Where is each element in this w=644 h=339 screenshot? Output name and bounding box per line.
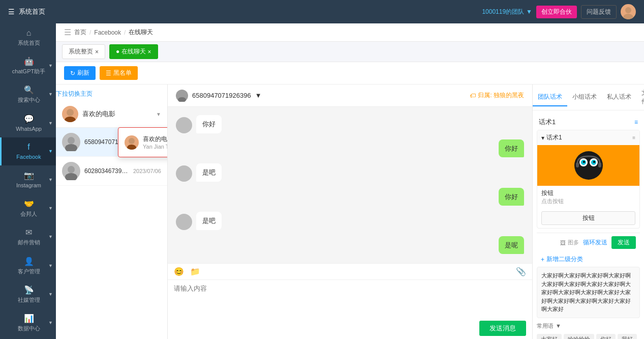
dropdown-item-name: 喜欢的电影	[143, 135, 168, 144]
hamburger-icon[interactable]: ☰	[64, 27, 71, 37]
chat-header-tag: 🏷 归属: 独狼的黑夜	[470, 91, 524, 100]
message-row: 你好	[176, 115, 524, 133]
chevron-down-icon: ▼	[48, 206, 53, 211]
sidebar-item-data[interactable]: 📊 数据中心 ▼	[0, 308, 56, 337]
feedback-button[interactable]: 问题反馈	[581, 5, 617, 19]
dropdown-item-avatar	[125, 135, 139, 150]
script-card-footer: 按钮 点击按钮	[537, 186, 639, 208]
script-item-header[interactable]: ▾ 话术1 ≡	[537, 130, 639, 145]
message-row: 是吧	[176, 212, 524, 230]
menu-icon[interactable]: ≡	[632, 135, 635, 140]
script-item-arrow-row: ▾ 话术1	[541, 133, 562, 142]
page-selector[interactable]: 喜欢的电影 ▼	[56, 101, 167, 128]
chatgpt-icon: 🤖	[24, 56, 34, 66]
quick-send-button[interactable]: 循环发送	[583, 238, 607, 247]
quick-phrase-button[interactable]: 哈哈给给	[564, 334, 594, 340]
breadcrumb-home[interactable]: 首页	[74, 28, 86, 37]
emoji-icon[interactable]: 😊	[174, 267, 184, 276]
partner-icon: 🤝	[24, 199, 34, 209]
message-avatar	[176, 214, 192, 230]
svg-point-11	[178, 97, 186, 102]
folder-icon[interactable]: 📁	[190, 267, 200, 276]
tab-label: 系统整页	[69, 47, 93, 56]
monster-icon	[573, 150, 604, 181]
dropdown-item-text: 喜欢的电影 Yan Jian Test	[143, 135, 168, 150]
sub-tabs: 系统整页 × ● 在线聊天 ×	[56, 42, 644, 62]
quick-phrase-button[interactable]: 大家好	[537, 334, 562, 340]
svg-point-18	[593, 161, 595, 163]
svg-point-0	[625, 7, 631, 13]
send-options-icon[interactable]: 🖼 图多	[560, 239, 579, 246]
tab-close-icon[interactable]: ×	[95, 48, 99, 55]
dropdown-item-sub: Yan Jian Test	[143, 144, 168, 150]
social-icon: 📡	[24, 285, 34, 295]
sidebar-item-instagram[interactable]: 📷 Instagram ▼	[0, 165, 56, 194]
topbar-home-label[interactable]: 系统首页	[19, 7, 45, 16]
tab-team-scripts[interactable]: 团队话术	[533, 89, 567, 106]
tab-system-settings[interactable]: 系统整页 ×	[62, 44, 105, 59]
attachment-icon[interactable]: 📎	[516, 267, 526, 276]
sidebar-item-social[interactable]: 📡 社媒管理 ▼	[0, 280, 56, 308]
chevron-down-icon: ▼	[526, 8, 532, 15]
quick-phrase-button[interactable]: 你好	[596, 334, 616, 340]
chevron-down-icon: ▾	[541, 134, 544, 142]
quick-phrase-button[interactable]: 我好	[618, 334, 637, 340]
data-icon: 📊	[24, 314, 34, 323]
tab-live-chat[interactable]: ● 在线聊天 ×	[109, 44, 158, 59]
sidebar-item-chatgpt[interactable]: 🤖 chatGPT助手 ▼	[0, 51, 56, 80]
send-button[interactable]: 发送消息	[479, 321, 526, 336]
message-bubble: 是吧	[196, 212, 222, 230]
svg-point-1	[623, 14, 633, 19]
topbar-left: ☰ 系统首页	[8, 7, 45, 16]
script-card-btn[interactable]: 按钮	[541, 211, 635, 225]
sidebar-item-media[interactable]: 🎨 素材中心	[0, 337, 56, 339]
contact-list: 下拉切换主页 喜欢的电影 ▼	[56, 84, 168, 339]
chevron-down-icon: ▼	[48, 92, 53, 97]
sidebar-item-facebook[interactable]: f Facebook ▼	[0, 137, 56, 165]
breadcrumb-facebook[interactable]: Facebook	[94, 29, 121, 36]
tab-close-icon[interactable]: ×	[148, 48, 151, 55]
script-item: ▾ 话术1 ≡	[537, 130, 640, 229]
svg-point-6	[68, 137, 75, 144]
section-title: 话术1	[539, 118, 556, 127]
tag-icon: 🏷	[470, 92, 476, 99]
right-panel-content: 话术1 ≡ ▾ 话术1 ≡	[533, 110, 644, 339]
chat-user-id: 6580947071926396	[192, 92, 251, 99]
add-category-button[interactable]: + 新增二级分类	[537, 252, 640, 267]
svg-point-2	[67, 109, 74, 116]
blacklist-button[interactable]: ☰ 黑名单	[100, 66, 138, 80]
avatar[interactable]	[621, 4, 636, 19]
right-panel-tabs: 团队话术 小组话术 私人话术 文件	[533, 84, 644, 110]
right-panel: 团队话术 小组话术 私人话术 文件 话术1 ≡	[532, 84, 644, 339]
create-partner-button[interactable]: 创立即合伙	[536, 6, 577, 18]
section-expand-icon[interactable]: ≡	[634, 119, 638, 126]
blacklist-icon: ☰	[106, 70, 111, 77]
dropdown-label: 下拉切换主页	[56, 90, 93, 98]
chevron-down-icon[interactable]: ▼	[255, 92, 262, 99]
tab-private-scripts[interactable]: 私人话术	[602, 89, 636, 106]
topbar-team[interactable]: 1000119的团队 ▼	[482, 8, 532, 16]
chat-input-footer: 发送消息	[168, 318, 532, 339]
contact-id: 6028034673973062	[84, 167, 129, 175]
dropdown-item[interactable]: 喜欢的电影 Yan Jian Test	[118, 131, 168, 154]
sidebar-item-search[interactable]: 🔍 搜索中心 ▼	[0, 80, 56, 108]
tab-file[interactable]: 文件	[636, 84, 644, 110]
dropdown-popup-inner: 喜欢的电影 Yan Jian Test	[118, 128, 168, 157]
script-item-label: 话术1	[546, 133, 562, 142]
contact-entry[interactable]: 6028034673973062 2023/07/06	[56, 157, 167, 186]
send-script-button[interactable]: 发送	[611, 236, 636, 249]
sidebar-item-customer[interactable]: 👤 客户管理 ▼	[0, 251, 56, 280]
refresh-icon: ↻	[70, 70, 75, 77]
chat-input-area: 😊 📁 📎 发送消息	[168, 263, 532, 339]
sidebar-item-whatsapp[interactable]: 💬 WhatsApp ▼	[0, 109, 56, 137]
tab-group-scripts[interactable]: 小组话术	[567, 89, 602, 106]
sidebar-item-email[interactable]: ✉ 邮件营销 ▼	[0, 222, 56, 251]
sidebar-item-home[interactable]: ⌂ 系统首页	[0, 23, 56, 51]
svg-point-8	[68, 166, 75, 173]
chevron-down-icon: ▼	[48, 292, 53, 297]
phrase-type: 常用语 ▼	[537, 322, 640, 330]
refresh-button[interactable]: ↻ 刷新	[64, 66, 96, 80]
chat-input[interactable]	[168, 280, 532, 316]
sidebar-item-partner[interactable]: 🤝 会邦人 ▼	[0, 194, 56, 222]
chevron-down-icon: ▼	[48, 121, 53, 126]
